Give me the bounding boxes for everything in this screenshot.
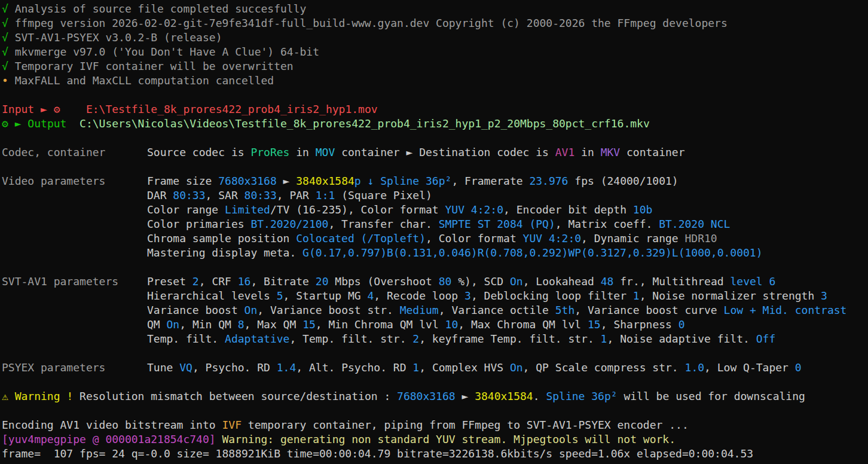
text-run: , Variance octile bbox=[439, 304, 555, 316]
text-run: , Variance boost curve bbox=[574, 304, 723, 316]
bullet-icon: • bbox=[2, 74, 8, 88]
log-line-svt-version: √ SVT-AV1-PSYEX v3.0.2-B (release) bbox=[2, 30, 868, 45]
section-label: Video parameters bbox=[2, 174, 147, 188]
text-run: , Color format bbox=[426, 232, 523, 245]
text-run: 20 bbox=[316, 275, 329, 288]
svtav1-params-line-1: SVT-AV1 parametersPreset 2, CRF 16, Bitr… bbox=[2, 274, 868, 289]
text-run: Temporary IVF container will be overwrit… bbox=[8, 60, 294, 72]
text-run: in bbox=[574, 146, 600, 158]
text-run: Output bbox=[22, 117, 67, 130]
blank-line bbox=[2, 346, 868, 361]
text-run: VQ bbox=[179, 361, 192, 374]
text-run: %), SCD bbox=[451, 275, 510, 288]
text-run: C:\Users\Nicolas\Videos\Testfile_8k_pror… bbox=[80, 117, 650, 130]
text-run: 80:33 bbox=[173, 189, 205, 202]
svtav1-params-line-5: Temp. filt. Adaptative, Temp. filt. str.… bbox=[2, 332, 868, 346]
text-run: 23.976 bbox=[529, 175, 568, 187]
psyex-params-line: PSYEX parametersTune VQ, Psycho. RD 1.4,… bbox=[2, 361, 868, 375]
text-run: Mastering display meta. bbox=[147, 246, 302, 259]
blank-line bbox=[2, 131, 868, 145]
text-run: Analysis of source file completed succes… bbox=[8, 2, 307, 15]
text-run: 3840x1584 bbox=[475, 390, 533, 402]
text-run: AV1 bbox=[555, 146, 575, 158]
text-run: , Temp. filt. str. bbox=[289, 332, 412, 345]
text-run: 0 bbox=[795, 361, 802, 374]
text-run: , Sharpness bbox=[601, 318, 678, 331]
video-params-line-1: Video parametersFrame size 7680x3168 ► 3… bbox=[2, 174, 868, 188]
text-run: E:\Testfile_8k_prores422_prob4_iris2_hyp… bbox=[86, 103, 378, 115]
warning-resolution-line: ⚠ Warning ! Resolution mismatch between … bbox=[2, 389, 868, 404]
text-run: [yuv4mpegpipe @ 000001a21854c740] bbox=[2, 433, 216, 445]
codec-container-line: Codec, containerSource codec is ProRes i… bbox=[2, 145, 868, 160]
check-icon: √ bbox=[2, 30, 8, 45]
text-run: 2 bbox=[412, 332, 419, 345]
text-run: , Noise adaptive filt. bbox=[607, 332, 756, 345]
text-run: Variance boost bbox=[147, 304, 244, 316]
text-run: Source codec is bbox=[147, 146, 250, 158]
encoding-status-line: Encoding AV1 video bitstream into IVF te… bbox=[2, 418, 868, 432]
text-run: Warning ! bbox=[8, 390, 73, 402]
blank-line bbox=[2, 404, 868, 418]
text-run: On bbox=[510, 361, 523, 374]
text-run: , Recode loop bbox=[374, 289, 464, 302]
text-run: , Matrix coeff. bbox=[555, 218, 659, 230]
text-run: , Transfer char. bbox=[328, 218, 438, 230]
text-run: On bbox=[510, 275, 523, 288]
text-run: Adaptative bbox=[225, 332, 289, 345]
text-run: 10 bbox=[445, 318, 459, 331]
text-run: Frame size bbox=[147, 175, 218, 187]
text-run: MaxFALL and MaxCLL computation cancelled bbox=[8, 74, 274, 87]
blank-line bbox=[2, 160, 868, 174]
arrow-right-icon: ► bbox=[41, 102, 47, 117]
check-icon: √ bbox=[2, 59, 8, 74]
ffmpeg-progress-line: frame= 107 fps= 24 q=-0.0 size= 1888921K… bbox=[2, 447, 868, 461]
text-run: 15 bbox=[588, 318, 601, 331]
text-run: 5 bbox=[277, 289, 283, 302]
text-run: Off bbox=[756, 332, 776, 345]
text-run: Tune bbox=[147, 361, 179, 374]
text-run: Color primaries bbox=[147, 218, 250, 230]
text-run: frame= 107 fps= 24 q=-0.0 size= 1888921K… bbox=[2, 447, 753, 460]
text-run: , Startup MG bbox=[283, 289, 368, 302]
text-run: , Max Chroma QM lvl bbox=[458, 318, 588, 331]
text-run: . bbox=[533, 390, 546, 402]
text-run: Medium bbox=[400, 304, 439, 316]
text-run: DAR bbox=[147, 189, 173, 202]
input-file-line: Input ► ⚙ E:\Testfile_8k_prores422_prob4… bbox=[2, 102, 868, 117]
text-run: IVF bbox=[222, 419, 242, 431]
text-run: ► bbox=[277, 175, 297, 187]
text-run bbox=[47, 103, 54, 115]
section-label: Codec, container bbox=[2, 145, 147, 160]
text-run: in bbox=[289, 146, 315, 158]
text-run: 16 bbox=[238, 275, 251, 288]
log-line-ffmpeg-version: √ ffmpeg version 2026-02-02-git-7e9fe341… bbox=[2, 16, 868, 30]
text-run: BT.2020/2100 bbox=[250, 218, 328, 230]
text-run: /TV (16-235), Color format bbox=[270, 203, 445, 216]
text-run: 1.0 bbox=[685, 361, 705, 374]
text-run: Hierarchical levels bbox=[147, 289, 277, 302]
text-run: 15 bbox=[302, 318, 316, 331]
text-run: will be used for downscaling bbox=[618, 390, 805, 402]
text-run: 10b bbox=[633, 203, 653, 216]
text-run: SMPTE ST 2084 (PQ) bbox=[439, 218, 555, 230]
svtav1-params-line-4: QM On, Min QM 8, Max QM 15, Min Chroma Q… bbox=[2, 318, 868, 332]
text-run: Temp. filt. bbox=[147, 332, 225, 345]
blank-line bbox=[2, 88, 868, 102]
text-run: Resolution mismatch between source/desti… bbox=[73, 390, 397, 402]
text-run: 1.4 bbox=[277, 361, 297, 374]
text-run: , QP Scale compress str. bbox=[523, 361, 685, 374]
text-run: Warning: generating non standard YUV str… bbox=[216, 433, 676, 445]
text-run: 0 bbox=[678, 318, 685, 331]
log-line-analysis: √ Analysis of source file completed succ… bbox=[2, 2, 868, 16]
text-run: 4 bbox=[367, 289, 374, 302]
text-run: Encoding AV1 video bitstream into bbox=[2, 419, 222, 431]
text-run: , Noise normalizer strength bbox=[640, 289, 821, 302]
text-run: Mbps (Overshoot bbox=[328, 275, 438, 288]
text-run: Low + Mid. contrast bbox=[724, 304, 847, 316]
svtav1-params-line-3: Variance boost On, Variance boost str. M… bbox=[2, 303, 868, 318]
check-icon: √ bbox=[2, 16, 8, 30]
yuv4mpegpipe-warning-line: [yuv4mpegpipe @ 000001a21854c740] Warnin… bbox=[2, 432, 868, 447]
text-run: ffmpeg version 2026-02-02-git-7e9fe341df… bbox=[8, 17, 728, 29]
section-label: PSYEX parameters bbox=[2, 361, 147, 375]
text-run: MKV bbox=[601, 146, 621, 158]
